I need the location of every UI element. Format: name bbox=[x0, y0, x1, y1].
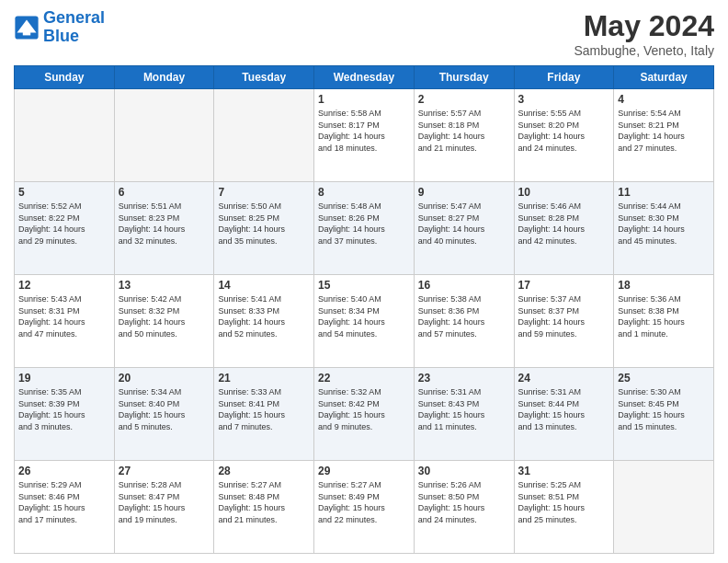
day-info: Sunrise: 5:51 AM Sunset: 8:23 PM Dayligh… bbox=[119, 201, 210, 247]
svg-rect-2 bbox=[23, 30, 30, 36]
calendar-day-cell: 29Sunrise: 5:27 AM Sunset: 8:49 PM Dayli… bbox=[314, 461, 415, 554]
calendar-week-row: 1Sunrise: 5:58 AM Sunset: 8:17 PM Daylig… bbox=[15, 89, 714, 182]
day-info: Sunrise: 5:50 AM Sunset: 8:25 PM Dayligh… bbox=[218, 201, 310, 247]
calendar-day-cell: 4Sunrise: 5:54 AM Sunset: 8:21 PM Daylig… bbox=[614, 89, 714, 182]
day-number: 27 bbox=[119, 465, 210, 477]
day-info: Sunrise: 5:48 AM Sunset: 8:26 PM Dayligh… bbox=[318, 201, 410, 247]
calendar-week-row: 26Sunrise: 5:29 AM Sunset: 8:46 PM Dayli… bbox=[15, 461, 714, 554]
calendar-day-cell: 28Sunrise: 5:27 AM Sunset: 8:48 PM Dayli… bbox=[214, 461, 314, 554]
day-info: Sunrise: 5:58 AM Sunset: 8:17 PM Dayligh… bbox=[318, 108, 410, 154]
day-number: 10 bbox=[518, 186, 610, 199]
calendar-day-cell bbox=[214, 89, 314, 182]
day-number: 31 bbox=[518, 465, 610, 477]
day-number: 22 bbox=[318, 372, 410, 385]
day-info: Sunrise: 5:42 AM Sunset: 8:32 PM Dayligh… bbox=[119, 293, 210, 339]
calendar-header-row: SundayMondayTuesdayWednesdayThursdayFrid… bbox=[15, 66, 714, 89]
calendar-day-cell: 3Sunrise: 5:55 AM Sunset: 8:20 PM Daylig… bbox=[514, 89, 614, 182]
calendar-day-cell: 18Sunrise: 5:36 AM Sunset: 8:38 PM Dayli… bbox=[614, 275, 714, 368]
calendar-week-row: 12Sunrise: 5:43 AM Sunset: 8:31 PM Dayli… bbox=[15, 275, 714, 368]
calendar-week-row: 5Sunrise: 5:52 AM Sunset: 8:22 PM Daylig… bbox=[15, 182, 714, 275]
day-number: 4 bbox=[618, 93, 710, 106]
calendar-day-cell: 9Sunrise: 5:47 AM Sunset: 8:27 PM Daylig… bbox=[414, 182, 514, 275]
day-info: Sunrise: 5:54 AM Sunset: 8:21 PM Dayligh… bbox=[618, 108, 710, 154]
logo-line1: General bbox=[43, 8, 105, 27]
day-of-week-header: Sunday bbox=[15, 66, 115, 89]
location: Sambughe, Veneto, Italy bbox=[574, 43, 714, 58]
day-number: 12 bbox=[18, 279, 110, 292]
day-info: Sunrise: 5:47 AM Sunset: 8:27 PM Dayligh… bbox=[418, 201, 510, 247]
calendar-day-cell bbox=[114, 89, 214, 182]
day-number: 16 bbox=[418, 279, 510, 292]
calendar-day-cell: 5Sunrise: 5:52 AM Sunset: 8:22 PM Daylig… bbox=[15, 182, 115, 275]
calendar-day-cell: 26Sunrise: 5:29 AM Sunset: 8:46 PM Dayli… bbox=[15, 461, 115, 554]
calendar-week-row: 19Sunrise: 5:35 AM Sunset: 8:39 PM Dayli… bbox=[15, 368, 714, 461]
day-number: 19 bbox=[18, 372, 110, 385]
day-of-week-header: Wednesday bbox=[314, 66, 415, 89]
day-of-week-header: Thursday bbox=[414, 66, 514, 89]
day-number: 17 bbox=[518, 279, 610, 292]
calendar-day-cell: 24Sunrise: 5:31 AM Sunset: 8:44 PM Dayli… bbox=[514, 368, 614, 461]
calendar-day-cell: 8Sunrise: 5:48 AM Sunset: 8:26 PM Daylig… bbox=[314, 182, 415, 275]
day-info: Sunrise: 5:28 AM Sunset: 8:47 PM Dayligh… bbox=[119, 479, 210, 525]
day-info: Sunrise: 5:40 AM Sunset: 8:34 PM Dayligh… bbox=[318, 293, 410, 339]
month-year: May 2024 bbox=[574, 9, 714, 43]
day-number: 20 bbox=[119, 372, 210, 385]
day-info: Sunrise: 5:44 AM Sunset: 8:30 PM Dayligh… bbox=[618, 201, 710, 247]
calendar-day-cell: 14Sunrise: 5:41 AM Sunset: 8:33 PM Dayli… bbox=[214, 275, 314, 368]
calendar-day-cell: 13Sunrise: 5:42 AM Sunset: 8:32 PM Dayli… bbox=[114, 275, 214, 368]
day-info: Sunrise: 5:31 AM Sunset: 8:44 PM Dayligh… bbox=[518, 386, 610, 432]
calendar-day-cell: 6Sunrise: 5:51 AM Sunset: 8:23 PM Daylig… bbox=[114, 182, 214, 275]
day-info: Sunrise: 5:46 AM Sunset: 8:28 PM Dayligh… bbox=[518, 201, 610, 247]
day-number: 26 bbox=[18, 465, 110, 477]
calendar-day-cell: 11Sunrise: 5:44 AM Sunset: 8:30 PM Dayli… bbox=[614, 182, 714, 275]
calendar-day-cell: 7Sunrise: 5:50 AM Sunset: 8:25 PM Daylig… bbox=[214, 182, 314, 275]
calendar-day-cell: 19Sunrise: 5:35 AM Sunset: 8:39 PM Dayli… bbox=[15, 368, 115, 461]
day-info: Sunrise: 5:30 AM Sunset: 8:45 PM Dayligh… bbox=[618, 386, 710, 432]
calendar-table: SundayMondayTuesdayWednesdayThursdayFrid… bbox=[14, 65, 714, 554]
day-info: Sunrise: 5:31 AM Sunset: 8:43 PM Dayligh… bbox=[418, 386, 510, 432]
calendar-day-cell bbox=[15, 89, 115, 182]
day-info: Sunrise: 5:26 AM Sunset: 8:50 PM Dayligh… bbox=[418, 479, 510, 525]
day-info: Sunrise: 5:57 AM Sunset: 8:18 PM Dayligh… bbox=[418, 108, 510, 154]
day-info: Sunrise: 5:52 AM Sunset: 8:22 PM Dayligh… bbox=[18, 201, 110, 247]
day-info: Sunrise: 5:43 AM Sunset: 8:31 PM Dayligh… bbox=[18, 293, 110, 339]
logo-text: General Blue bbox=[43, 9, 105, 46]
day-info: Sunrise: 5:36 AM Sunset: 8:38 PM Dayligh… bbox=[618, 293, 710, 339]
logo-icon bbox=[14, 15, 40, 40]
day-number: 15 bbox=[318, 279, 410, 292]
calendar-day-cell: 12Sunrise: 5:43 AM Sunset: 8:31 PM Dayli… bbox=[15, 275, 115, 368]
calendar-day-cell: 27Sunrise: 5:28 AM Sunset: 8:47 PM Dayli… bbox=[114, 461, 214, 554]
calendar-day-cell: 30Sunrise: 5:26 AM Sunset: 8:50 PM Dayli… bbox=[414, 461, 514, 554]
calendar-day-cell: 22Sunrise: 5:32 AM Sunset: 8:42 PM Dayli… bbox=[314, 368, 415, 461]
calendar-day-cell: 31Sunrise: 5:25 AM Sunset: 8:51 PM Dayli… bbox=[514, 461, 614, 554]
day-number: 11 bbox=[618, 186, 710, 199]
day-info: Sunrise: 5:37 AM Sunset: 8:37 PM Dayligh… bbox=[518, 293, 610, 339]
day-number: 13 bbox=[119, 279, 210, 292]
day-number: 18 bbox=[618, 279, 710, 292]
day-of-week-header: Friday bbox=[514, 66, 614, 89]
day-number: 21 bbox=[218, 372, 310, 385]
day-of-week-header: Monday bbox=[114, 66, 214, 89]
calendar-day-cell: 25Sunrise: 5:30 AM Sunset: 8:45 PM Dayli… bbox=[614, 368, 714, 461]
calendar-day-cell: 21Sunrise: 5:33 AM Sunset: 8:41 PM Dayli… bbox=[214, 368, 314, 461]
day-number: 28 bbox=[218, 465, 310, 477]
day-info: Sunrise: 5:34 AM Sunset: 8:40 PM Dayligh… bbox=[119, 386, 210, 432]
day-number: 24 bbox=[518, 372, 610, 385]
day-number: 7 bbox=[218, 186, 310, 199]
calendar-day-cell: 1Sunrise: 5:58 AM Sunset: 8:17 PM Daylig… bbox=[314, 89, 415, 182]
day-number: 5 bbox=[18, 186, 110, 199]
day-number: 23 bbox=[418, 372, 510, 385]
day-number: 1 bbox=[318, 93, 410, 106]
calendar-day-cell: 20Sunrise: 5:34 AM Sunset: 8:40 PM Dayli… bbox=[114, 368, 214, 461]
day-number: 9 bbox=[418, 186, 510, 199]
page: General Blue May 2024 Sambughe, Veneto, … bbox=[0, 0, 728, 563]
calendar-day-cell: 17Sunrise: 5:37 AM Sunset: 8:37 PM Dayli… bbox=[514, 275, 614, 368]
calendar-day-cell: 16Sunrise: 5:38 AM Sunset: 8:36 PM Dayli… bbox=[414, 275, 514, 368]
day-number: 6 bbox=[119, 186, 210, 199]
title-block: May 2024 Sambughe, Veneto, Italy bbox=[574, 9, 714, 58]
day-info: Sunrise: 5:27 AM Sunset: 8:49 PM Dayligh… bbox=[318, 479, 410, 525]
day-info: Sunrise: 5:33 AM Sunset: 8:41 PM Dayligh… bbox=[218, 386, 310, 432]
day-number: 2 bbox=[418, 93, 510, 106]
day-info: Sunrise: 5:35 AM Sunset: 8:39 PM Dayligh… bbox=[18, 386, 110, 432]
day-of-week-header: Tuesday bbox=[214, 66, 314, 89]
